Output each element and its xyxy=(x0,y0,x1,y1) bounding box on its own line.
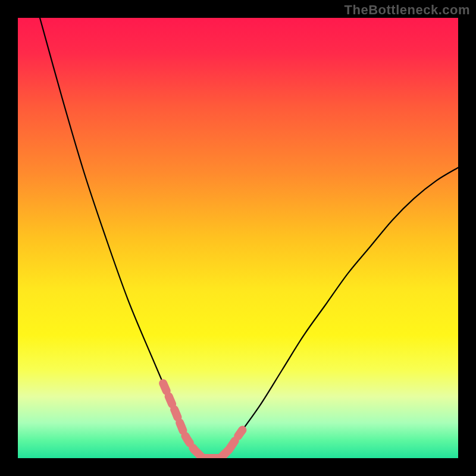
chart-frame: TheBottleneck.com xyxy=(0,0,476,476)
plot-area xyxy=(18,18,458,458)
gradient-background xyxy=(18,18,458,458)
watermark-text: TheBottleneck.com xyxy=(345,2,470,18)
plot-svg xyxy=(18,18,458,458)
